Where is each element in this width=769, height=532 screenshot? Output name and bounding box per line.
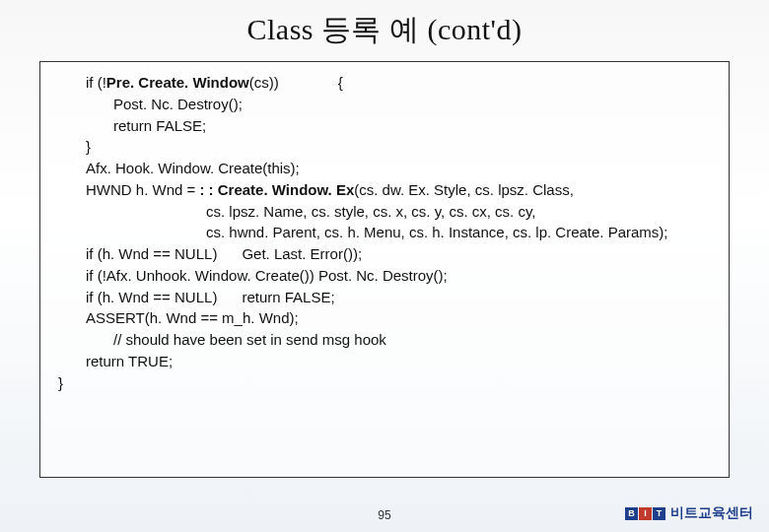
code-line: ASSERT(h. Wnd == m_h. Wnd); <box>58 307 715 329</box>
brand-text: 비트교육센터 <box>670 504 753 522</box>
code-line: cs. hwnd. Parent, cs. h. Menu, cs. h. In… <box>58 222 715 243</box>
code-text: HWND h. Wnd = <box>86 181 199 198</box>
code-line: if (!Afx. Unhook. Window. Create()) Post… <box>58 265 715 287</box>
code-line: } <box>58 136 715 158</box>
logo-letter-b: B <box>625 507 638 520</box>
code-line: if (!Pre. Create. Window(cs)){ <box>58 72 715 94</box>
code-line: cs. lpsz. Name, cs. style, cs. x, cs. y,… <box>58 201 715 223</box>
code-line: return FALSE; <box>58 115 715 137</box>
code-box: if (!Pre. Create. Window(cs)){ Post. Nc.… <box>39 61 730 478</box>
code-text: (cs)) <box>249 74 279 91</box>
code-bold: Pre. Create. Window <box>106 74 249 91</box>
logo-letter-i: I <box>639 507 652 520</box>
slide-title: Class 등록 예 (cont'd) <box>0 0 769 56</box>
code-line: if (h. Wnd == NULL) return FALSE; <box>58 287 715 308</box>
code-bold: : : Create. Window. Ex <box>199 181 354 198</box>
footer-brand: B I T 비트교육센터 <box>625 504 753 522</box>
code-line: Afx. Hook. Window. Create(this); <box>58 158 715 179</box>
code-line: } <box>58 372 715 394</box>
logo-letter-t: T <box>653 507 665 520</box>
slide: Class 등록 예 (cont'd) if (!Pre. Create. Wi… <box>0 0 769 532</box>
code-line: if (h. Wnd == NULL) Get. Last. Error()); <box>58 243 715 265</box>
code-line: Post. Nc. Destroy(); <box>58 94 715 115</box>
code-line: HWND h. Wnd = : : Create. Window. Ex(cs.… <box>58 179 715 201</box>
code-line: // should have been set in send msg hook <box>58 329 715 351</box>
bit-logo-icon: B I T <box>625 507 665 520</box>
code-text: { <box>338 74 343 91</box>
code-text: (cs. dw. Ex. Style, cs. lpsz. Class, <box>354 181 574 198</box>
code-text: if (! <box>86 74 106 91</box>
code-line: return TRUE; <box>58 351 715 372</box>
